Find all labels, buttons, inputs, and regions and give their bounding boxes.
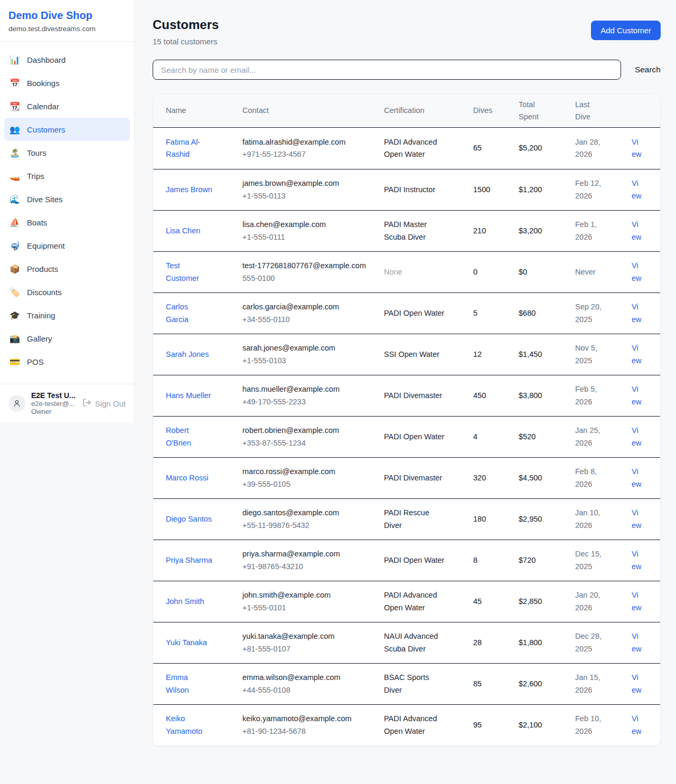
cell-contact: carlos.garcia@example.com +34-555-0110: [242, 301, 384, 325]
sidebar-item-pos[interactable]: 💳 POS: [4, 350, 130, 373]
sidebar-item-label: POS: [27, 357, 44, 366]
user-email: e2e-tester@...: [31, 400, 77, 408]
cell-total-spent: $520: [519, 431, 575, 443]
cell-contact: emma.wilson@example.com +44-555-0108: [242, 672, 384, 696]
cell-dives: 210: [473, 225, 519, 237]
boats-icon: ⛵: [10, 218, 20, 228]
sidebar-item-dashboard[interactable]: 📊 Dashboard: [4, 48, 130, 71]
customer-name-link[interactable]: Carlos Garcia: [166, 301, 212, 325]
cell-total-spent: $5,200: [519, 142, 575, 154]
customer-email: priya.sharma@example.com: [242, 548, 379, 560]
pos-icon: 💳: [10, 357, 20, 367]
sign-out-button[interactable]: Sign Out: [82, 398, 126, 409]
customer-phone: +39-555-0105: [242, 478, 379, 490]
sidebar-item-label: Training: [27, 311, 55, 320]
sidebar-item-products[interactable]: 📦 Products: [4, 257, 130, 280]
cell-name: Priya Sharma: [166, 554, 242, 566]
search-bar: Search: [153, 60, 661, 80]
sidebar-item-training[interactable]: 🎓 Training: [4, 304, 130, 327]
cell-certification: PADI Instructor: [384, 184, 473, 196]
user-name: E2E Test U...: [31, 391, 77, 400]
sidebar-item-bookings[interactable]: 📅 Bookings: [4, 71, 130, 95]
view-link[interactable]: View: [632, 632, 642, 653]
cell-name: Hans Mueller: [166, 390, 242, 402]
cell-total-spent: $1,800: [519, 637, 575, 649]
sidebar-item-gallery[interactable]: 📸 Gallery: [4, 327, 130, 350]
add-customer-button[interactable]: Add Customer: [591, 21, 661, 40]
customer-name-link[interactable]: Keiko Yamamoto: [166, 713, 212, 737]
view-link[interactable]: View: [632, 385, 642, 405]
view-link[interactable]: View: [632, 714, 642, 735]
table-row: Keiko Yamamoto keiko.yamamoto@example.co…: [153, 704, 660, 745]
view-link[interactable]: View: [632, 467, 642, 488]
customer-name-link[interactable]: Emma Wilson: [166, 672, 212, 696]
sign-out-icon: [82, 398, 91, 409]
app-root: Demo Dive Shop demo.test.divestreams.com…: [0, 0, 676, 784]
cell-actions: View: [632, 630, 647, 655]
customer-name-link[interactable]: John Smith: [166, 596, 204, 608]
table-row: Fatima Al-Rashid fatima.alrashid@example…: [153, 128, 660, 169]
cell-certification: PADI Open Water: [384, 431, 473, 443]
sidebar-item-boats[interactable]: ⛵ Boats: [4, 211, 130, 234]
cell-total-spent: $1,200: [519, 184, 575, 196]
sidebar-item-equipment[interactable]: 🤿 Equipment: [4, 234, 130, 257]
customer-name-link[interactable]: Yuki Tanaka: [166, 637, 207, 649]
customer-name-link[interactable]: Priya Sharma: [166, 554, 212, 566]
customer-name-link[interactable]: James Brown: [166, 184, 212, 196]
cell-actions: View: [632, 466, 647, 490]
customer-email: robert.obrien@example.com: [242, 424, 379, 437]
brand-title[interactable]: Demo Dive Shop: [8, 10, 126, 22]
cell-contact: priya.sharma@example.com +91-98765-43210: [242, 548, 384, 572]
view-link[interactable]: View: [632, 673, 642, 694]
sidebar-item-customers[interactable]: 👥 Customers: [4, 118, 130, 141]
view-link[interactable]: View: [632, 220, 642, 241]
table-row: Hans Mueller hans.mueller@example.com +4…: [153, 375, 660, 416]
equipment-icon: 🤿: [10, 241, 20, 251]
view-link[interactable]: View: [632, 591, 642, 611]
customer-name-link[interactable]: Test Customer: [166, 260, 212, 284]
customer-phone: +49-170-555-2233: [242, 396, 379, 408]
page-header-text: Customers 15 total customers: [153, 17, 219, 46]
page-header: Customers 15 total customers Add Custome…: [153, 17, 661, 46]
search-input[interactable]: [153, 60, 621, 80]
brand-header: Demo Dive Shop demo.test.divestreams.com: [0, 0, 134, 42]
view-link[interactable]: View: [632, 138, 642, 158]
customer-phone: +44-555-0108: [242, 684, 379, 696]
customer-name-link[interactable]: Robert O'Brien: [166, 424, 212, 449]
cell-last-dive: Jan 28, 2026: [575, 136, 632, 160]
view-link[interactable]: View: [632, 426, 642, 447]
calendar-icon: 📆: [10, 101, 20, 111]
customer-phone: +1-555-0113: [242, 190, 379, 202]
cell-name: Keiko Yamamoto: [166, 713, 242, 737]
view-link[interactable]: View: [632, 550, 642, 570]
sidebar-item-trips[interactable]: 🚤 Trips: [4, 164, 130, 187]
view-link[interactable]: View: [632, 179, 642, 200]
cell-total-spent: $0: [519, 266, 575, 278]
table-row: Sarah Jones sarah.jones@example.com +1-5…: [153, 334, 660, 375]
view-link[interactable]: View: [632, 508, 642, 529]
sidebar-item-calendar[interactable]: 📆 Calendar: [4, 95, 130, 118]
customer-name-link[interactable]: Diego Santos: [166, 513, 212, 525]
view-link[interactable]: View: [632, 261, 642, 282]
brand-subdomain: demo.test.divestreams.com: [8, 25, 126, 33]
sidebar-item-dive-sites[interactable]: 🌊 Dive Sites: [4, 187, 130, 211]
sidebar-item-discounts[interactable]: 🏷️ Discounts: [4, 280, 130, 304]
cell-actions: View: [632, 136, 647, 160]
cell-last-dive: Jan 25, 2026: [575, 424, 632, 449]
customer-name-link[interactable]: Hans Mueller: [166, 390, 211, 402]
cell-name: Sarah Jones: [166, 348, 242, 361]
customer-name-link[interactable]: Sarah Jones: [166, 348, 209, 361]
view-link[interactable]: View: [632, 303, 642, 323]
cell-total-spent: $2,600: [519, 678, 575, 690]
sidebar-item-tours[interactable]: 🏝️ Tours: [4, 141, 130, 164]
cell-dives: 95: [473, 719, 519, 731]
customer-name-link[interactable]: Lisa Chen: [166, 225, 200, 237]
customer-name-link[interactable]: Fatima Al-Rashid: [166, 136, 212, 160]
search-button[interactable]: Search: [621, 61, 661, 79]
view-link[interactable]: View: [632, 344, 642, 364]
table-row: Test Customer test-1772681807767@example…: [153, 251, 660, 292]
cell-last-dive: Jan 10, 2026: [575, 507, 632, 531]
customer-name-link[interactable]: Marco Rossi: [166, 472, 209, 484]
cell-certification: None: [384, 266, 473, 278]
cell-actions: View: [632, 219, 647, 243]
